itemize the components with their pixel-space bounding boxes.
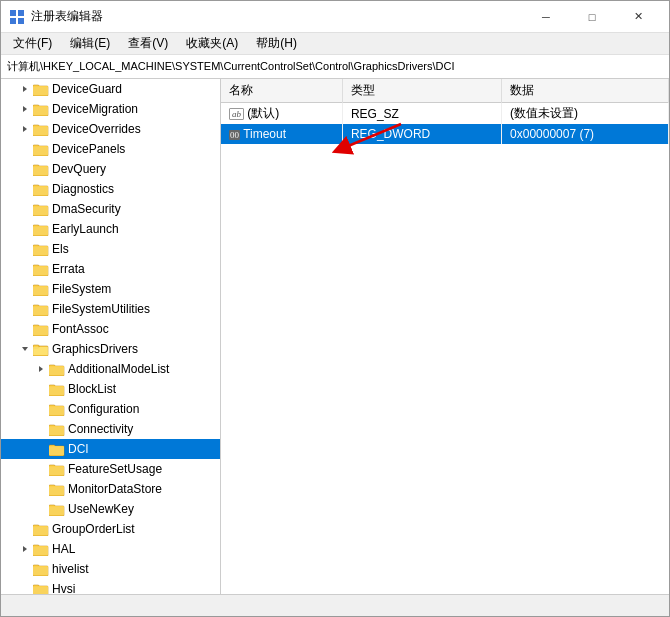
svg-rect-83 [49, 447, 64, 455]
tree-item-dmasecurity[interactable]: DmaSecurity [1, 199, 220, 219]
svg-rect-30 [33, 187, 48, 195]
tree-pane[interactable]: DeviceGuard DeviceMigration DeviceOverri… [1, 79, 221, 594]
tree-arrow-deviceoverrides [1, 125, 33, 133]
tree-item-dci[interactable]: DCI [1, 439, 220, 459]
tree-item-graphicsdrivers[interactable]: GraphicsDrivers [1, 339, 220, 359]
tree-label-monitordatastore: MonitorDataStore [68, 482, 162, 496]
svg-rect-38 [33, 227, 48, 235]
tree-label-devicemigration: DeviceMigration [52, 102, 138, 116]
tree-item-grouporderlist[interactable]: GroupOrderList [1, 519, 220, 539]
folder-icon-deviceguard [33, 81, 49, 97]
svg-rect-34 [33, 207, 48, 215]
col-data[interactable]: 数据 [502, 79, 669, 103]
tree-item-blocklist[interactable]: BlockList [1, 379, 220, 399]
folder-icon-earlylaunch [33, 221, 49, 237]
table-row-default[interactable]: ab (默认)REG_SZ(数值未设置) [221, 103, 669, 125]
folder-icon-usenewkey [49, 501, 65, 517]
tree-label-diagnostics: Diagnostics [52, 182, 114, 196]
svg-rect-13 [33, 107, 48, 115]
svg-marker-63 [39, 366, 43, 372]
menu-item-f[interactable]: 文件(F) [5, 34, 60, 54]
svg-rect-58 [33, 327, 48, 335]
cell-name-timeout: 00 Timeout [221, 124, 342, 144]
main-content: DeviceGuard DeviceMigration DeviceOverri… [1, 79, 669, 594]
tree-label-filesystemutilities: FileSystemUtilities [52, 302, 150, 316]
tree-item-hivelist[interactable]: hivelist [1, 559, 220, 579]
status-bar [1, 594, 669, 616]
menu-item-h[interactable]: 帮助(H) [248, 34, 305, 54]
tree-item-monitordatastore[interactable]: MonitorDataStore [1, 479, 220, 499]
tree-item-devicemigration[interactable]: DeviceMigration [1, 99, 220, 119]
cell-type-timeout: REG_DWORD [342, 124, 501, 144]
tree-item-hvsi[interactable]: Hvsi [1, 579, 220, 594]
value-name-timeout: Timeout [243, 127, 286, 141]
folder-icon-dci [49, 441, 65, 457]
tree-label-dmasecurity: DmaSecurity [52, 202, 121, 216]
tree-item-els[interactable]: Els [1, 239, 220, 259]
svg-marker-59 [22, 347, 28, 351]
folder-icon-devicepanels [33, 141, 49, 157]
tree-label-blocklist: BlockList [68, 382, 116, 396]
tree-item-deviceoverrides[interactable]: DeviceOverrides [1, 119, 220, 139]
tree-item-devicepanels[interactable]: DevicePanels [1, 139, 220, 159]
tree-item-deviceguard[interactable]: DeviceGuard [1, 79, 220, 99]
address-path: 计算机\HKEY_LOCAL_MACHINE\SYSTEM\CurrentCon… [7, 59, 454, 74]
cell-data-default: (数值未设置) [502, 103, 669, 125]
svg-rect-99 [33, 527, 48, 535]
tree-item-diagnostics[interactable]: Diagnostics [1, 179, 220, 199]
tree-item-connectivity[interactable]: Connectivity [1, 419, 220, 439]
col-type[interactable]: 类型 [342, 79, 501, 103]
table-row-timeout[interactable]: 00 TimeoutREG_DWORD0x00000007 (7) [221, 124, 669, 144]
registry-editor-window: 注册表编辑器 ─ □ ✕ 文件(F)编辑(E)查看(V)收藏夹(A)帮助(H) … [0, 0, 670, 617]
tree-label-dci: DCI [68, 442, 89, 456]
window-controls: ─ □ ✕ [523, 1, 661, 33]
folder-icon-connectivity [49, 421, 65, 437]
folder-icon-graphicsdrivers [33, 341, 49, 357]
maximize-button[interactable]: □ [569, 1, 615, 33]
col-name[interactable]: 名称 [221, 79, 342, 103]
menu-item-a[interactable]: 收藏夹(A) [178, 34, 246, 54]
folder-icon-featuresetusage [49, 461, 65, 477]
right-pane-wrapper: 名称 类型 数据 ab (默认)REG_SZ(数值未设置)00 TimeoutR… [221, 79, 669, 594]
tree-item-devquery[interactable]: DevQuery [1, 159, 220, 179]
svg-rect-95 [49, 507, 64, 515]
folder-icon-devicemigration [33, 101, 49, 117]
svg-rect-79 [49, 427, 64, 435]
svg-rect-54 [33, 307, 48, 315]
tree-item-usenewkey[interactable]: UseNewKey [1, 499, 220, 519]
folder-icon-hvsi [33, 581, 49, 594]
tree-item-filesystem[interactable]: FileSystem [1, 279, 220, 299]
menu-item-e[interactable]: 编辑(E) [62, 34, 118, 54]
tree-label-grouporderlist: GroupOrderList [52, 522, 135, 536]
tree-label-deviceoverrides: DeviceOverrides [52, 122, 141, 136]
cell-name-default: ab (默认) [221, 103, 342, 125]
tree-label-additionalmodelist: AdditionalModeList [68, 362, 169, 376]
tree-arrow-deviceguard [1, 85, 33, 93]
tree-item-filesystemutilities[interactable]: FileSystemUtilities [1, 299, 220, 319]
tree-item-hal[interactable]: HAL [1, 539, 220, 559]
tree-item-featuresetusage[interactable]: FeatureSetUsage [1, 459, 220, 479]
tree-label-deviceguard: DeviceGuard [52, 82, 122, 96]
tree-item-errata[interactable]: Errata [1, 259, 220, 279]
tree-item-additionalmodelist[interactable]: AdditionalModeList [1, 359, 220, 379]
tree-label-errata: Errata [52, 262, 85, 276]
menu-item-v[interactable]: 查看(V) [120, 34, 176, 54]
tree-item-earlylaunch[interactable]: EarlyLaunch [1, 219, 220, 239]
tree-label-hal: HAL [52, 542, 75, 556]
tree-item-fontassoc[interactable]: FontAssoc [1, 319, 220, 339]
folder-icon-monitordatastore [49, 481, 65, 497]
tree-item-configuration[interactable]: Configuration [1, 399, 220, 419]
svg-rect-71 [49, 387, 64, 395]
svg-rect-46 [33, 267, 48, 275]
close-button[interactable]: ✕ [615, 1, 661, 33]
folder-icon-blocklist [49, 381, 65, 397]
svg-rect-26 [33, 167, 48, 175]
tree-label-devicepanels: DevicePanels [52, 142, 125, 156]
svg-marker-9 [23, 106, 27, 112]
svg-rect-2 [10, 18, 16, 24]
folder-icon-grouporderlist [33, 521, 49, 537]
minimize-button[interactable]: ─ [523, 1, 569, 33]
cell-type-default: REG_SZ [342, 103, 501, 125]
svg-rect-87 [49, 467, 64, 475]
title-bar: 注册表编辑器 ─ □ ✕ [1, 1, 669, 33]
